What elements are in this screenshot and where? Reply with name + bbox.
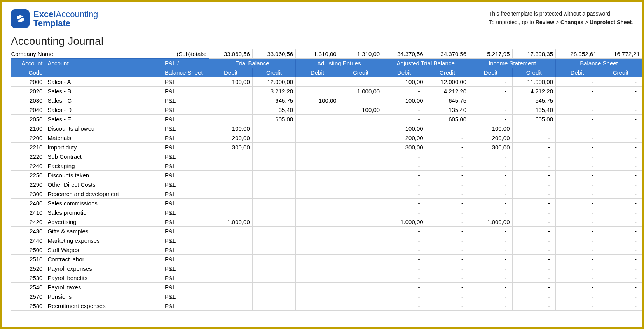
cell-value[interactable]: - <box>556 143 599 152</box>
cell-value[interactable]: - <box>469 189 512 199</box>
cell-value[interactable]: - <box>556 208 599 217</box>
cell-account-name[interactable]: Materials <box>45 133 162 143</box>
cell-value[interactable]: - <box>426 161 469 171</box>
cell-value[interactable]: - <box>556 180 599 189</box>
cell-value[interactable] <box>252 227 295 236</box>
cell-value[interactable]: - <box>382 189 426 199</box>
cell-value[interactable] <box>339 180 382 189</box>
cell-pl[interactable]: P&L <box>162 189 209 199</box>
cell-pl[interactable]: P&L <box>162 87 209 96</box>
cell-pl[interactable]: P&L <box>162 124 209 133</box>
cell-pl[interactable]: P&L <box>162 77 209 87</box>
cell-value[interactable] <box>296 152 339 161</box>
cell-value[interactable]: - <box>512 217 555 227</box>
cell-value[interactable]: - <box>469 255 512 264</box>
cell-account-code[interactable]: 2290 <box>11 180 45 189</box>
cell-value[interactable]: - <box>512 236 555 245</box>
cell-value[interactable]: - <box>469 273 512 283</box>
cell-value[interactable] <box>209 161 252 171</box>
cell-value[interactable]: - <box>599 255 642 264</box>
cell-value[interactable]: - <box>599 171 642 180</box>
cell-value[interactable] <box>252 283 295 292</box>
cell-pl[interactable]: P&L <box>162 143 209 152</box>
cell-value[interactable] <box>339 152 382 161</box>
cell-value[interactable]: 12.000,00 <box>252 77 295 87</box>
cell-value[interactable]: 605,00 <box>252 115 295 124</box>
cell-account-code[interactable]: 2570 <box>11 292 45 301</box>
company-name-cell[interactable]: Company Name <box>11 49 162 59</box>
cell-value[interactable]: - <box>556 115 599 124</box>
cell-value[interactable]: 4.212,20 <box>426 87 469 96</box>
cell-value[interactable]: 12.000,00 <box>426 77 469 87</box>
cell-account-name[interactable]: Sales commissions <box>45 199 162 208</box>
cell-value[interactable] <box>339 283 382 292</box>
cell-value[interactable]: 35,40 <box>252 105 295 115</box>
cell-value[interactable] <box>296 199 339 208</box>
cell-account-code[interactable]: 2540 <box>11 283 45 292</box>
cell-value[interactable] <box>252 208 295 217</box>
cell-account-name[interactable]: Marketing expenses <box>45 236 162 245</box>
cell-account-name[interactable]: Payroll taxes <box>45 283 162 292</box>
cell-value[interactable]: 100,00 <box>209 124 252 133</box>
cell-value[interactable]: - <box>599 161 642 171</box>
cell-value[interactable]: - <box>426 236 469 245</box>
cell-value[interactable] <box>339 227 382 236</box>
cell-value[interactable]: - <box>556 133 599 143</box>
cell-pl[interactable]: P&L <box>162 171 209 180</box>
cell-value[interactable]: - <box>556 227 599 236</box>
cell-value[interactable]: - <box>512 189 555 199</box>
cell-value[interactable] <box>252 264 295 273</box>
cell-value[interactable] <box>296 171 339 180</box>
cell-value[interactable]: - <box>556 105 599 115</box>
cell-value[interactable] <box>252 301 295 311</box>
cell-account-name[interactable]: Sales - E <box>45 115 162 124</box>
cell-value[interactable]: - <box>426 143 469 152</box>
cell-value[interactable]: 100,00 <box>382 77 426 87</box>
cell-value[interactable] <box>339 264 382 273</box>
cell-value[interactable] <box>339 124 382 133</box>
cell-value[interactable] <box>339 236 382 245</box>
cell-value[interactable]: 4.212,20 <box>512 87 555 96</box>
cell-value[interactable]: - <box>599 143 642 152</box>
cell-pl[interactable]: P&L <box>162 236 209 245</box>
cell-value[interactable]: 605,00 <box>512 115 555 124</box>
cell-value[interactable]: - <box>599 87 642 96</box>
cell-value[interactable] <box>296 124 339 133</box>
cell-value[interactable] <box>339 301 382 311</box>
cell-value[interactable] <box>339 143 382 152</box>
cell-value[interactable]: 300,00 <box>382 143 426 152</box>
cell-value[interactable]: 605,00 <box>426 115 469 124</box>
cell-value[interactable]: - <box>469 105 512 115</box>
cell-value[interactable]: - <box>382 227 426 236</box>
cell-value[interactable]: 100,00 <box>296 96 339 105</box>
cell-value[interactable]: - <box>599 77 642 87</box>
cell-value[interactable]: - <box>599 152 642 161</box>
cell-value[interactable]: - <box>469 87 512 96</box>
cell-account-name[interactable]: Sales - D <box>45 105 162 115</box>
cell-value[interactable]: - <box>512 283 555 292</box>
cell-account-name[interactable]: Sales promotion <box>45 208 162 217</box>
cell-value[interactable] <box>296 189 339 199</box>
cell-value[interactable]: - <box>556 152 599 161</box>
cell-value[interactable] <box>209 180 252 189</box>
cell-value[interactable]: 300,00 <box>469 143 512 152</box>
cell-value[interactable] <box>252 180 295 189</box>
cell-value[interactable]: 545,75 <box>512 96 555 105</box>
cell-value[interactable] <box>339 133 382 143</box>
cell-value[interactable]: 11.900,00 <box>512 77 555 87</box>
cell-account-name[interactable]: Gifts & samples <box>45 227 162 236</box>
cell-pl[interactable]: P&L <box>162 199 209 208</box>
cell-value[interactable]: - <box>599 105 642 115</box>
cell-value[interactable]: - <box>599 133 642 143</box>
cell-account-code[interactable]: 2580 <box>11 301 45 311</box>
cell-value[interactable]: - <box>599 115 642 124</box>
cell-account-code[interactable]: 2420 <box>11 217 45 227</box>
cell-value[interactable] <box>209 152 252 161</box>
cell-value[interactable]: - <box>512 273 555 283</box>
cell-value[interactable]: - <box>469 264 512 273</box>
cell-value[interactable] <box>296 143 339 152</box>
cell-value[interactable]: - <box>512 143 555 152</box>
cell-value[interactable]: - <box>382 264 426 273</box>
cell-account-code[interactable]: 2030 <box>11 96 45 105</box>
cell-pl[interactable]: P&L <box>162 301 209 311</box>
